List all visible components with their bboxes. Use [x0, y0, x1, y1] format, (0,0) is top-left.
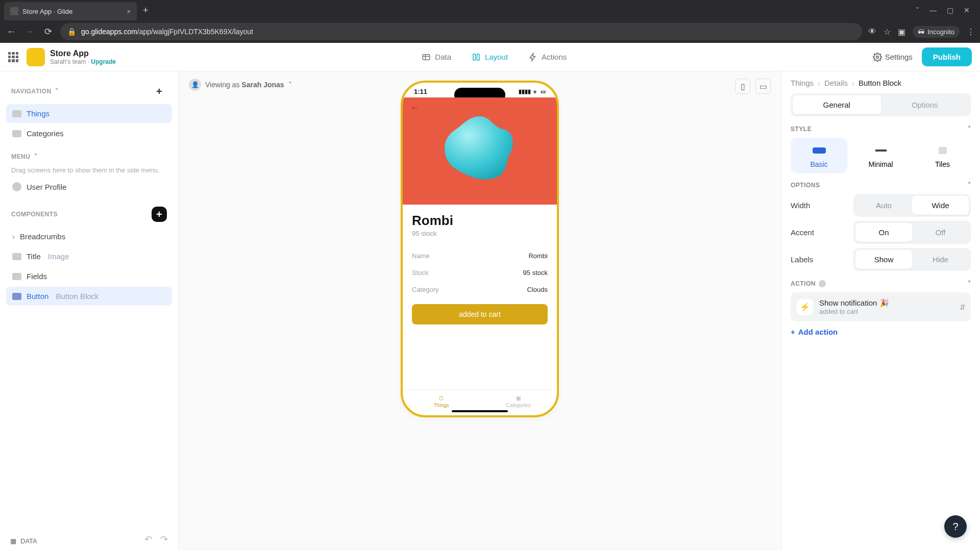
chevron-right-icon: ›	[12, 232, 15, 241]
settings-link[interactable]: Settings	[873, 53, 913, 62]
add-to-cart-button[interactable]: added to cart	[412, 304, 548, 324]
url-path: /app/walgjFpIVLDTX3b5K69X/layout	[137, 28, 253, 36]
add-nav-button[interactable]: +	[152, 84, 167, 99]
back-arrow-icon[interactable]: ←	[410, 103, 419, 113]
app-subtitle: Sarah's team · Upgrade	[50, 58, 116, 65]
style-minimal[interactable]: Minimal	[852, 138, 909, 173]
svg-rect-2	[477, 54, 480, 60]
upgrade-link[interactable]: Upgrade	[91, 58, 116, 65]
tab-layout[interactable]: Layout	[470, 49, 510, 65]
width-auto[interactable]: Auto	[855, 196, 912, 215]
phone-preview: 1:11 ▮▮▮▮ ᯤ ▭ ←	[401, 81, 559, 417]
tabs-dropdown-icon[interactable]: ˅	[916, 6, 919, 14]
accent-label: Accent	[791, 228, 814, 237]
app-switcher-icon[interactable]	[8, 52, 18, 62]
tab-data[interactable]: Data	[420, 49, 453, 65]
status-time: 1:11	[414, 88, 427, 95]
chevron-down-icon[interactable]: ˅	[968, 182, 971, 189]
add-action-button[interactable]: + Add action	[791, 328, 971, 336]
product-image	[436, 108, 523, 194]
forward-button: →	[23, 27, 36, 37]
actions-icon	[528, 53, 537, 62]
chevron-down-icon[interactable]: ˅	[288, 81, 292, 89]
user-icon	[12, 182, 21, 191]
browser-tab[interactable]: Store App · Glide ×	[4, 2, 137, 20]
bookmark-icon[interactable]: ☆	[884, 27, 891, 37]
components-heading: COMPONENTS	[11, 211, 58, 218]
window-maximize-icon[interactable]: ▢	[947, 6, 953, 14]
chevron-down-icon[interactable]: ˅	[968, 280, 971, 287]
canvas: 👤 Viewing as Sarah Jonas ˅ ▯ ▭ 1:11 ▮▮▮▮…	[179, 71, 781, 551]
device-tablet-button[interactable]: ▭	[755, 79, 771, 94]
component-button[interactable]: Button Button Block	[6, 287, 172, 306]
panel-icon[interactable]: ▣	[898, 27, 905, 37]
chevron-down-icon[interactable]: ˅	[968, 126, 971, 133]
style-basic[interactable]: Basic	[791, 138, 847, 173]
nav-item-things[interactable]: Things	[6, 104, 172, 123]
chevron-down-icon[interactable]: ˅	[54, 88, 59, 95]
svg-rect-0	[423, 54, 430, 60]
window-minimize-icon[interactable]: —	[929, 6, 937, 14]
accent-off[interactable]: Off	[912, 223, 969, 242]
options-heading: OPTIONS	[791, 182, 820, 189]
kebab-menu-icon[interactable]: ⋮	[967, 27, 975, 37]
chevron-down-icon[interactable]: ˅	[34, 153, 38, 160]
field-row: Name Rombi	[412, 247, 548, 264]
svg-rect-1	[473, 54, 476, 60]
style-tiles[interactable]: Tiles	[914, 138, 971, 173]
nav-tab-things[interactable]: ⬡ Things	[403, 395, 480, 408]
nav-item-categories[interactable]: Categories	[6, 124, 172, 143]
incognito-badge[interactable]: 🕶 Incognito	[913, 26, 960, 38]
left-panel: NAVIGATION ˅ + Things Categories MENU ˅ …	[0, 71, 179, 551]
tab-options[interactable]: Options	[881, 95, 969, 114]
action-card[interactable]: ⚡ Show notification 🎉 added to cart ⇵	[791, 292, 971, 321]
menu-hint: Drag screens here to show them in the si…	[6, 164, 172, 176]
viewing-as[interactable]: 👤 Viewing as Sarah Jonas ˅	[189, 79, 292, 91]
action-subtitle: added to cart	[819, 308, 889, 315]
accent-segmented: On Off	[853, 221, 971, 244]
undo-button[interactable]: ↶	[144, 534, 152, 545]
title-icon	[12, 253, 21, 260]
crumb-details[interactable]: Details	[824, 79, 848, 87]
tab-close-icon[interactable]: ×	[127, 8, 131, 15]
labels-show[interactable]: Show	[855, 250, 912, 269]
accent-on[interactable]: On	[855, 223, 912, 242]
width-wide[interactable]: Wide	[912, 196, 969, 215]
app-icon	[27, 48, 45, 66]
reload-button[interactable]: ⟳	[42, 26, 54, 37]
signal-icon: ▮▮▮▮	[519, 88, 531, 95]
window-close-icon[interactable]: ✕	[964, 6, 970, 14]
new-tab-button[interactable]: +	[143, 5, 149, 16]
button-icon	[12, 293, 21, 300]
action-heading: ACTION	[791, 280, 816, 287]
width-segmented: Auto Wide	[853, 194, 971, 217]
battery-icon: ▭	[541, 88, 546, 95]
crumb-things[interactable]: Things	[791, 79, 814, 87]
publish-button[interactable]: Publish	[922, 47, 972, 66]
back-button[interactable]: ←	[5, 27, 17, 37]
sort-icon[interactable]: ⇵	[960, 303, 966, 311]
property-tabs: General Options	[791, 93, 971, 116]
style-heading: STYLE	[791, 126, 812, 133]
device-phone-button[interactable]: ▯	[735, 79, 750, 94]
nav-tab-categories[interactable]: ▦ Categories	[480, 395, 557, 408]
menu-item-user-profile[interactable]: User Profile	[6, 177, 172, 196]
eye-off-icon[interactable]: 👁	[868, 27, 876, 36]
component-title[interactable]: Title Image	[6, 247, 172, 266]
redo-button: ↷	[160, 534, 168, 545]
url-bar[interactable]: 🔒 go.glideapps.com/app/walgjFpIVLDTX3b5K…	[60, 23, 862, 40]
tab-actions[interactable]: Actions	[526, 49, 569, 65]
wifi-icon: ᯤ	[533, 89, 538, 95]
right-panel: Things › Details › Button Block General …	[781, 71, 980, 551]
info-icon[interactable]	[819, 280, 826, 287]
table-icon	[422, 53, 431, 62]
component-fields[interactable]: Fields	[6, 267, 172, 286]
labels-segmented: Show Hide	[853, 248, 971, 271]
component-breadcrumbs[interactable]: › Breadcrumbs	[6, 227, 172, 246]
labels-hide[interactable]: Hide	[912, 250, 969, 269]
app-title: Store App	[50, 49, 116, 58]
data-link[interactable]: ▦ DATA	[10, 537, 37, 545]
add-component-button[interactable]: +	[152, 207, 167, 222]
help-button[interactable]: ?	[944, 515, 967, 538]
tab-general[interactable]: General	[793, 95, 881, 114]
